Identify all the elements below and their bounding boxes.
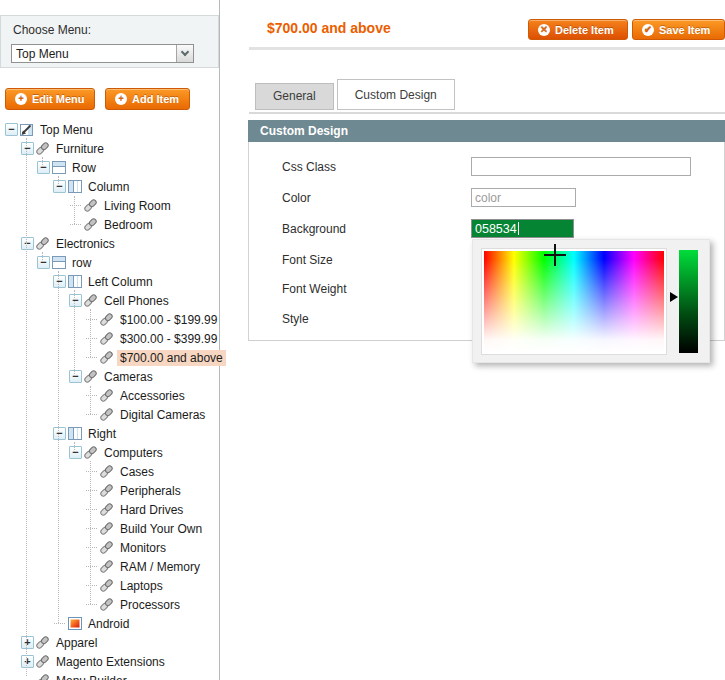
form-row-css-class: Css Class [249,157,724,176]
tree-item-label[interactable]: Processors [117,597,183,613]
tree-connector [85,576,98,595]
tree-item: −Column [0,177,219,196]
expander-minus-icon[interactable]: − [37,256,50,269]
link-icon [83,445,98,460]
expander-minus-icon[interactable]: − [69,446,82,459]
menu-select-value: Top Menu [12,47,176,61]
tree-item: Cases [0,462,219,481]
save-item-button-label: Save Item [659,24,710,36]
tree-guide-line [90,386,91,414]
column-icon [67,426,82,441]
tree-item-label[interactable]: Hard Drives [117,502,186,518]
slider-arrow-icon[interactable] [670,292,678,302]
tree-item-label[interactable]: Menu Builder [53,673,130,680]
tree-connector [85,538,98,557]
tree-item-label[interactable]: RAM / Memory [117,559,203,575]
tree-item-label[interactable]: Computers [101,445,166,461]
tab-general[interactable]: General [255,83,334,110]
tree-item-label[interactable]: Android [85,616,132,632]
tree-item: −Left Column [0,272,219,291]
tree-item-label[interactable]: Peripherals [117,483,184,499]
tree-item-label[interactable]: Column [85,179,132,195]
link-icon [83,293,98,308]
link-icon [35,236,50,251]
css-class-label: Css Class [282,160,336,174]
choose-menu-label: Choose Menu: [13,23,91,37]
tree-item-label[interactable]: Laptops [117,578,166,594]
tree-connector [21,671,34,680]
tree-item-label[interactable]: row [69,255,94,271]
link-icon [99,559,114,574]
expander-minus-icon[interactable]: − [53,180,66,193]
tree-item-label[interactable]: Cases [117,464,157,480]
tree-item-label[interactable]: Cameras [101,369,156,385]
tree-item-label[interactable]: Bedroom [101,217,156,233]
column-icon [67,274,82,289]
row-icon [51,160,66,175]
tree-item-label[interactable]: Right [85,426,119,442]
expander-minus-icon[interactable]: − [69,370,82,383]
expander-minus-icon[interactable]: − [37,161,50,174]
expander-minus-icon[interactable]: − [69,294,82,307]
tree-connector [85,329,98,348]
expander-minus-icon[interactable]: − [53,275,66,288]
tab-custom-design[interactable]: Custom Design [337,79,455,110]
color-picker-value-slider[interactable] [679,250,698,353]
tree-item-label[interactable]: Electronics [53,236,118,252]
block-icon [67,616,82,631]
color-input[interactable] [471,188,576,207]
tree-connector [85,481,98,500]
chevron-down-icon [181,48,189,56]
tree-item: $100.00 - $199.99 [0,310,219,329]
tree-item: −Cell Phones [0,291,219,310]
link-icon [99,483,114,498]
tree-item: Accessories [0,386,219,405]
row-icon [51,255,66,270]
tree-guide-line [58,271,59,623]
edit-menu-button[interactable]: + Edit Menu [5,88,95,110]
add-item-button[interactable]: + Add Item [105,88,190,110]
tree-item-label[interactable]: $300.00 - $399.99 [117,331,220,347]
expander-plus-icon[interactable]: + [21,655,34,668]
color-picker-gradient[interactable] [482,249,666,354]
tree-item: Laptops [0,576,219,595]
link-icon [83,198,98,213]
expander-minus-icon[interactable]: − [5,123,18,136]
font-weight-label: Font Weight [282,282,346,296]
tree-item: −Furniture [0,139,219,158]
tree-item-label[interactable]: Digital Cameras [117,407,208,423]
tree-item-label[interactable]: Build Your Own [117,521,205,537]
tree-item-label-selected[interactable]: $700.00 and above [117,350,226,366]
tree-connector [85,386,98,405]
tree-item-label[interactable]: Furniture [53,141,107,157]
tree-item-label[interactable]: Left Column [85,274,156,290]
expander-minus-icon[interactable]: − [53,427,66,440]
tree-item-label[interactable]: Cell Phones [101,293,172,309]
tree-item-label[interactable]: $100.00 - $199.99 [117,312,220,328]
tree-connector [69,196,82,215]
select-dropdown-button[interactable] [176,45,193,62]
tree-item-label[interactable]: Row [69,160,99,176]
tree-item-label[interactable]: Magento Extensions [53,654,168,670]
expander-minus-icon[interactable]: − [21,237,34,250]
tree-item-label[interactable]: Accessories [117,388,188,404]
tree-item-label[interactable]: Top Menu [37,122,96,138]
tree-item-label[interactable]: Living Room [101,198,174,214]
save-item-button[interactable]: ✔ Save Item [632,19,725,40]
tree-item-label[interactable]: Monitors [117,540,169,556]
delete-item-button[interactable]: ✕ Delete Item [528,19,628,40]
link-icon [83,217,98,232]
background-input[interactable]: 058534 [471,219,574,238]
link-icon [99,502,114,517]
font-size-label: Font Size [282,253,333,267]
tabs: GeneralCustom Design [255,82,455,110]
menu-select[interactable]: Top Menu [11,44,194,63]
color-label: Color [282,191,311,205]
expander-minus-icon[interactable]: − [21,142,34,155]
expander-plus-icon[interactable]: + [21,636,34,649]
link-icon [99,521,114,536]
background-label: Background [282,222,346,236]
plus-circle-icon: + [115,93,127,105]
css-class-input[interactable] [471,157,691,176]
tree-item-label[interactable]: Apparel [53,635,100,651]
